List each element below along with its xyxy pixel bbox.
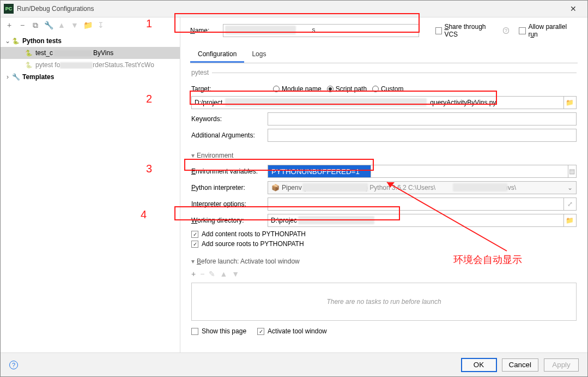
task-toolbar: + − ✎ ▲ ▼ <box>191 267 577 280</box>
envvars-browse-button[interactable]: ▤ <box>568 165 577 178</box>
sidebar: + − ⧉ 🔧 ▲ ▼ 📁 ↧ ⌄ 🐍 Python tests 🐍 test_… <box>1 17 180 352</box>
chevron-down-icon: ▾ <box>191 152 195 159</box>
target-radios: Module name Script path Custom <box>268 85 577 93</box>
apply-button[interactable]: Apply <box>544 358 579 372</box>
interp-opts-input[interactable] <box>268 198 564 211</box>
chevron-down-icon[interactable]: ⌄ <box>4 37 11 45</box>
sort-button[interactable]: ↧ <box>96 21 105 29</box>
chevron-down-icon: ⌄ <box>567 184 573 192</box>
wrench-icon: 🔧 <box>11 73 20 81</box>
tree-label: Python tests <box>22 37 62 45</box>
tab-configuration[interactable]: Configuration <box>190 47 244 63</box>
add-source-roots-checkbox[interactable]: Add source roots to PYTHONPATH <box>191 240 577 248</box>
environment-section-header[interactable]: ▾Environment <box>191 149 577 161</box>
close-icon[interactable]: ✕ <box>562 4 584 13</box>
move-up-button[interactable]: ▲ <box>57 21 66 29</box>
tasks-list: There are no tasks to run before launch <box>191 283 577 321</box>
help-button[interactable]: ? <box>9 361 18 369</box>
show-this-page-checkbox[interactable]: Show this page <box>191 327 246 335</box>
cancel-button[interactable]: Cancel <box>502 358 539 372</box>
bottom-bar: ? OK Cancel Apply <box>1 352 587 376</box>
envvars-input-ext[interactable] <box>371 165 568 178</box>
activate-tool-window-checkbox[interactable]: Activate tool window <box>257 327 327 335</box>
name-label: Name: <box>190 27 223 34</box>
tab-logs[interactable]: Logs <box>244 47 274 63</box>
browse-script-button[interactable]: 📁 <box>564 96 577 109</box>
workdir-label: Working directory: <box>191 217 268 224</box>
keywords-label: Keywords: <box>191 115 268 123</box>
edit-task-button[interactable]: ✎ <box>209 270 215 278</box>
share-vcs-checkbox[interactable]: Share through VCS ? <box>435 23 510 38</box>
allow-parallel-checkbox[interactable]: Allow parallel run <box>519 23 578 38</box>
folder-button[interactable]: 📁 <box>83 21 92 29</box>
radio-custom[interactable] <box>372 86 379 92</box>
chevron-right-icon[interactable]: › <box>4 73 11 81</box>
add-content-roots-checkbox[interactable]: Add content roots to PYTHONPATH <box>191 230 577 238</box>
radio-script-path[interactable] <box>327 86 334 92</box>
tree-item-label: test_cByVins <box>35 49 113 57</box>
before-launch-header[interactable]: ▾Before launch: Activate tool window <box>191 255 577 267</box>
help-icon[interactable]: ? <box>503 27 510 34</box>
expand-opts-button[interactable]: ⤢ <box>564 198 577 211</box>
main-panel: Name: s Share through VCS ? Allow parall… <box>180 17 587 352</box>
ok-button[interactable]: OK <box>462 358 496 372</box>
tree-item-label: pytest forderStatus.TestYcWo <box>35 61 154 69</box>
workdir-browse-button[interactable]: 📁 <box>564 214 577 227</box>
radio-module-name[interactable] <box>273 86 280 92</box>
pytest-section: pytest Target: Module name Script path C… <box>191 69 577 145</box>
pytest-group-icon: 🐍 <box>11 37 20 45</box>
config-toolbar: + − ⧉ 🔧 ▲ ▼ 📁 ↧ <box>1 17 180 33</box>
pytest-icon: 🐍 <box>25 61 33 69</box>
tabs: Configuration Logs <box>190 47 578 63</box>
remove-config-button[interactable]: − <box>18 21 27 29</box>
pipenv-icon: 📦 <box>271 184 280 192</box>
edit-defaults-button[interactable]: 🔧 <box>44 21 53 29</box>
tree-node-templates[interactable]: › 🔧 Templates <box>1 71 180 83</box>
tree-node-test-0[interactable]: 🐍 test_cByVins <box>1 47 180 59</box>
titlebar: PC Run/Debug Configurations ✕ <box>1 1 587 17</box>
envvars-input[interactable] <box>268 165 371 178</box>
tree-node-python-tests[interactable]: ⌄ 🐍 Python tests <box>1 35 180 47</box>
chevron-down-icon: ▾ <box>191 258 195 265</box>
remove-task-button[interactable]: − <box>200 270 204 278</box>
interp-opts-label: Interpreter options: <box>191 200 268 208</box>
pytest-icon: 🐍 <box>25 49 33 57</box>
tree-label: Templates <box>22 73 54 81</box>
config-tree: ⌄ 🐍 Python tests 🐍 test_cByVins 🐍 pytest… <box>1 33 180 352</box>
move-down-button[interactable]: ▼ <box>70 21 79 29</box>
copy-config-button[interactable]: ⧉ <box>31 21 40 30</box>
add-task-button[interactable]: + <box>191 270 196 278</box>
additional-args-label: Additional Arguments: <box>191 131 268 139</box>
envvars-label: Environment variables: <box>191 167 268 175</box>
window-title: Run/Debug Configurations <box>17 5 562 13</box>
add-config-button[interactable]: + <box>5 21 14 29</box>
tree-node-test-1[interactable]: 🐍 pytest forderStatus.TestYcWo <box>1 59 180 71</box>
up-task-button[interactable]: ▲ <box>220 270 227 278</box>
additional-args-input[interactable] <box>268 129 577 142</box>
target-label: Target: <box>191 85 268 93</box>
down-task-button[interactable]: ▼ <box>232 270 239 278</box>
keywords-input[interactable] <box>268 112 577 125</box>
interpreter-label: Python interpreter: <box>191 184 268 192</box>
pytest-legend: pytest <box>191 69 212 76</box>
app-icon: PC <box>4 4 14 14</box>
